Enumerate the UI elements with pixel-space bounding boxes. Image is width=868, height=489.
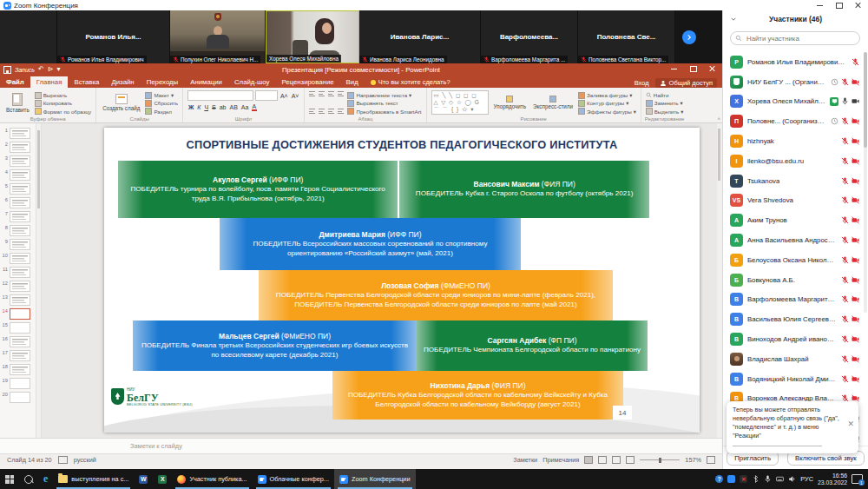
tab-animations[interactable]: Анимации xyxy=(184,76,228,88)
save-icon[interactable] xyxy=(3,66,11,74)
taskbar-folder[interactable]: выступления на с... xyxy=(53,469,134,489)
arrange-button[interactable]: Упорядочить xyxy=(492,90,528,115)
zoom-slider[interactable] xyxy=(640,459,680,460)
participant-row[interactable]: НИУ БелГУ ... (Организатор) xyxy=(723,72,868,92)
minimize-button[interactable] xyxy=(811,0,830,10)
smartart-button[interactable]: Преобразовать в SmartArt xyxy=(347,108,421,116)
tab-slideshow[interactable]: Слайд-шоу xyxy=(228,76,275,88)
language-tray[interactable]: РУС xyxy=(800,475,813,483)
start-button[interactable] xyxy=(0,469,19,489)
shape-effects-button[interactable]: Эффекты фигуры ▾ xyxy=(578,108,636,116)
participant-row[interactable]: Х Хорева Олеся Михайловна xyxy=(723,92,868,112)
thumbnail-3[interactable]: 3 xyxy=(0,154,36,168)
microphone-tray-icon[interactable] xyxy=(764,475,772,483)
underline-button[interactable]: Ч xyxy=(203,104,209,110)
tab-view[interactable]: Вид xyxy=(340,76,365,88)
bullets-icon[interactable] xyxy=(309,91,315,96)
redx-tray-icon[interactable]: ✕ xyxy=(740,475,747,483)
chevron-down-icon[interactable] xyxy=(730,16,737,23)
participant-row[interactable]: П Половне... (Соорганизатор) xyxy=(723,111,868,131)
shape-outline-button[interactable]: Контур фигуры ▾ xyxy=(578,99,636,107)
shrink-font-button[interactable]: A˅ xyxy=(291,93,300,99)
clock[interactable]: 16:56 23.03.2022 xyxy=(818,472,847,486)
thumbnail-18[interactable]: 18 xyxy=(0,362,36,376)
tab-design[interactable]: Дизайн xyxy=(105,76,140,88)
zoom-level[interactable]: 157% xyxy=(685,456,701,464)
signin-link[interactable]: Вход xyxy=(635,79,649,87)
tab-review[interactable]: Рецензирование xyxy=(275,76,339,88)
justify-icon[interactable] xyxy=(338,109,344,114)
bluetooth-icon[interactable] xyxy=(752,475,760,483)
participant-row[interactable]: А Аким Трунов xyxy=(723,210,868,230)
participant-row[interactable]: Б Бовкунова А.Б. xyxy=(723,270,868,290)
italic-button[interactable]: К xyxy=(196,104,201,110)
taskbar-search-button[interactable] xyxy=(19,469,38,489)
align-right-icon[interactable] xyxy=(328,109,334,114)
thumbnail-12[interactable]: 12 xyxy=(0,279,36,293)
font-size-combo[interactable] xyxy=(255,90,278,101)
quick-access-dropdown-icon[interactable]: ▾ xyxy=(56,66,60,73)
taskbar-edge[interactable]: e xyxy=(38,469,53,489)
fit-to-window-icon[interactable] xyxy=(707,456,715,464)
thumbnail-11[interactable]: 11 xyxy=(0,265,36,279)
copy-button[interactable]: Копировать xyxy=(35,99,91,107)
video-tile-romanov[interactable]: Романов Илья... Романов Илья Владимирови… xyxy=(57,10,170,63)
pp-minimize-button[interactable] xyxy=(665,63,684,76)
format-painter-button[interactable]: Формат по образцу xyxy=(35,108,91,116)
normal-view-icon[interactable] xyxy=(584,456,593,464)
cut-button[interactable]: Вырезать xyxy=(35,91,91,99)
participant-row[interactable]: Р Романов Илья Владимирович (Я) xyxy=(723,52,868,72)
undo-icon[interactable]: ↶ xyxy=(38,66,44,73)
notification-center-icon[interactable]: 1 xyxy=(852,474,863,484)
reading-view-icon[interactable] xyxy=(612,456,621,464)
indent-decrease-icon[interactable] xyxy=(328,91,334,96)
new-slide-button[interactable]: Создать слайд xyxy=(101,90,141,115)
taskbar-zoom-conference[interactable]: Zoom Конференции xyxy=(334,469,416,489)
video-tile-ivanova[interactable]: Иванова Ларис... Иванова Лариса Леонидов… xyxy=(359,10,481,63)
change-case-button[interactable]: АВ xyxy=(229,104,239,110)
select-button[interactable]: Выделить ▾ xyxy=(646,108,684,116)
align-left-icon[interactable] xyxy=(309,109,315,114)
tooltip-close-icon[interactable]: ✕ xyxy=(847,419,854,430)
app-tray-icon[interactable] xyxy=(727,475,735,483)
thumbnail-17[interactable]: 17 xyxy=(0,348,36,362)
thumbnail-9[interactable]: 9 xyxy=(0,237,36,251)
participant-row[interactable]: В Водяницкий Николай Дмитрие... xyxy=(723,369,868,389)
language-indicator[interactable]: русский xyxy=(74,456,96,464)
indent-increase-icon[interactable] xyxy=(338,91,344,96)
pp-restore-button[interactable] xyxy=(684,63,703,76)
video-tile-khoreva[interactable]: Хорева Олеся Михайловна xyxy=(266,10,359,63)
participant-row[interactable]: Владислав Шахрай xyxy=(723,349,868,369)
thumbnail-16[interactable]: 16 xyxy=(0,334,36,348)
touch-keyboard-icon[interactable] xyxy=(776,475,784,483)
slideshow-view-icon[interactable] xyxy=(626,456,635,464)
taskbar-word[interactable]: W xyxy=(134,469,153,489)
thumbnail-7[interactable]: 7 xyxy=(0,209,36,223)
participant-row[interactable]: T Tsukanova xyxy=(723,171,868,191)
participant-row[interactable]: А Анна Васильевна Андросова xyxy=(723,230,868,250)
reset-button[interactable]: Сбросить xyxy=(145,99,178,107)
text-direction-button[interactable]: Направление текста ▾ xyxy=(347,91,421,99)
thumbnail-19[interactable]: 19 xyxy=(0,376,36,390)
thumbnail-8[interactable]: 8 xyxy=(0,223,36,237)
participant-search[interactable] xyxy=(730,31,860,45)
taskbar-zoom-cloud[interactable]: Облачные конфер... xyxy=(253,469,334,489)
collapse-ribbon-icon[interactable]: ˄ xyxy=(717,116,720,122)
slide[interactable]: СПОРТИВНЫЕ ДОСТИЖЕНИЯ СТУДЕНТОВ ПЕДАГОГИ… xyxy=(104,128,700,433)
thumbnail-20[interactable]: 20 xyxy=(0,390,36,404)
participant-row[interactable]: В Виноходов Андрей иванович xyxy=(723,329,868,349)
replace-button[interactable]: Заменить ▾ xyxy=(646,99,684,107)
participant-row[interactable]: В Васильева Юлия Сергеевна Н... xyxy=(723,309,868,329)
thumbnail-6[interactable]: 6 xyxy=(0,195,36,209)
search-input[interactable] xyxy=(745,34,855,43)
align-center-icon[interactable] xyxy=(319,109,325,114)
thumbnail-4[interactable]: 4 xyxy=(0,168,36,182)
tab-insert[interactable]: Вставка xyxy=(68,76,105,88)
clear-format-button[interactable]: Аа xyxy=(240,104,250,110)
maximize-button[interactable] xyxy=(830,0,849,10)
slide-sorter-view-icon[interactable] xyxy=(598,456,607,464)
notes-pane[interactable]: Заметки к слайду xyxy=(0,438,722,453)
align-text-button[interactable]: Выровнять текст xyxy=(347,99,421,107)
participant-row[interactable]: Б Белоусова Оксана Николаевна xyxy=(723,250,868,270)
participant-row[interactable]: VS Vera Shvedova xyxy=(723,191,868,211)
